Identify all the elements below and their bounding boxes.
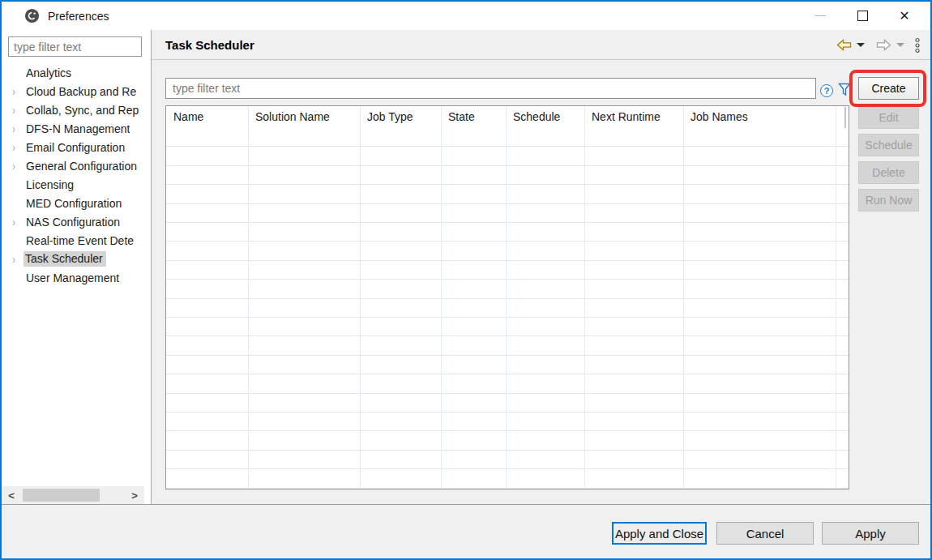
chevron-right-icon[interactable]: › [12, 122, 25, 135]
preferences-dialog: Preferences ✕ Analytics ›Cloud Backup an… [0, 0, 932, 560]
column-header-solution-name[interactable]: Solution Name [248, 106, 360, 128]
sidebar-item-general-configuration[interactable]: ›General Configuration [2, 156, 151, 175]
help-icon[interactable]: ? [820, 84, 833, 97]
back-history-dropdown-icon[interactable] [857, 43, 865, 47]
run-now-button[interactable]: Run Now [858, 189, 919, 212]
chevron-right-icon[interactable]: › [12, 140, 25, 153]
main-panel: Task Scheduler ? [151, 30, 930, 504]
window-controls: ✕ [799, 2, 926, 30]
sidebar-filter-input[interactable] [8, 36, 142, 57]
edit-button[interactable]: Edit [858, 106, 919, 129]
apply-button[interactable]: Apply [822, 522, 919, 545]
close-button[interactable]: ✕ [883, 2, 926, 30]
navigation-toolbar [836, 30, 921, 60]
column-header-next-runtime[interactable]: Next Runtime [584, 106, 683, 128]
table-filter-input[interactable] [165, 78, 816, 99]
sidebar-item-email-configuration[interactable]: ›Email Configuration [2, 138, 151, 156]
page-title: Task Scheduler [165, 38, 254, 52]
forward-history-dropdown-icon[interactable] [896, 43, 904, 47]
sidebar-item-task-scheduler[interactable]: ›Task Scheduler [2, 250, 151, 268]
sidebar-item-collab-sync[interactable]: ›Collab, Sync, and Rep [2, 100, 151, 119]
window-title: Preferences [48, 10, 109, 23]
minimize-icon [815, 15, 826, 16]
chevron-right-icon[interactable]: › [12, 84, 25, 97]
cancel-button[interactable]: Cancel [716, 522, 814, 545]
chevron-right-icon[interactable]: › [12, 215, 25, 228]
table-body[interactable] [166, 128, 849, 489]
column-header-name[interactable]: Name [166, 106, 248, 128]
scroll-left-icon[interactable]: < [4, 488, 19, 502]
column-header-job-type[interactable]: Job Type [360, 106, 441, 128]
column-header-schedule[interactable]: Schedule [506, 106, 584, 128]
view-menu-icon[interactable] [914, 37, 921, 53]
column-separator [506, 106, 507, 489]
sidebar-horizontal-scrollbar[interactable]: < > [2, 486, 144, 504]
preference-tree: Analytics ›Cloud Backup and Re ›Collab, … [2, 63, 151, 287]
app-icon [24, 8, 40, 24]
title-bar: Preferences ✕ [2, 2, 930, 30]
filter-funnel-icon[interactable] [838, 83, 851, 96]
chevron-right-icon[interactable]: › [12, 103, 25, 116]
maximize-icon [857, 11, 868, 21]
column-separator [683, 106, 684, 489]
preferences-sidebar: Analytics ›Cloud Backup and Re ›Collab, … [2, 30, 151, 504]
column-separator [248, 106, 249, 489]
tasks-table: Name Solution Name Job Type State Schedu… [165, 105, 849, 489]
back-icon[interactable] [836, 39, 852, 51]
table-header-row: Name Solution Name Job Type State Schedu… [166, 106, 849, 128]
sidebar-item-dfsn-management[interactable]: ›DFS-N Management [2, 119, 151, 138]
table-vertical-scrollbar[interactable] [844, 107, 846, 128]
scrollbar-thumb[interactable] [23, 489, 100, 502]
page-header: Task Scheduler [152, 30, 930, 60]
sidebar-item-user-management[interactable]: User Management [2, 268, 151, 287]
column-separator [360, 106, 361, 489]
sidebar-item-cloud-backup[interactable]: ›Cloud Backup and Re [2, 82, 151, 100]
chevron-right-icon[interactable]: › [12, 159, 25, 172]
create-button[interactable]: Create [858, 77, 919, 100]
column-header-state[interactable]: State [441, 106, 506, 128]
sidebar-item-licensing[interactable]: Licensing [2, 175, 151, 194]
sidebar-item-realtime-event-detection[interactable]: Real-time Event Dete [2, 231, 151, 250]
close-icon: ✕ [899, 10, 909, 23]
maximize-button[interactable] [841, 2, 883, 30]
column-header-job-names[interactable]: Job Names [683, 106, 836, 128]
forward-icon[interactable] [876, 39, 891, 51]
scroll-right-icon[interactable]: > [127, 488, 142, 502]
minimize-button[interactable] [799, 2, 841, 30]
dialog-footer: Apply and Close Cancel Apply [2, 504, 930, 558]
delete-button[interactable]: Delete [858, 161, 919, 184]
chevron-right-icon[interactable]: › [12, 252, 25, 265]
sidebar-item-nas-configuration[interactable]: ›NAS Configuration [2, 212, 151, 231]
schedule-button[interactable]: Schedule [858, 134, 919, 156]
task-scheduler-content: ? Create Edit Schedule Delete Run Now Na… [152, 61, 930, 504]
apply-and-close-button[interactable]: Apply and Close [612, 522, 707, 545]
sidebar-item-analytics[interactable]: Analytics [2, 63, 151, 82]
column-separator [584, 106, 585, 489]
column-separator [441, 106, 442, 489]
column-separator [836, 106, 836, 489]
sidebar-item-med-configuration[interactable]: MED Configuration [2, 194, 151, 212]
